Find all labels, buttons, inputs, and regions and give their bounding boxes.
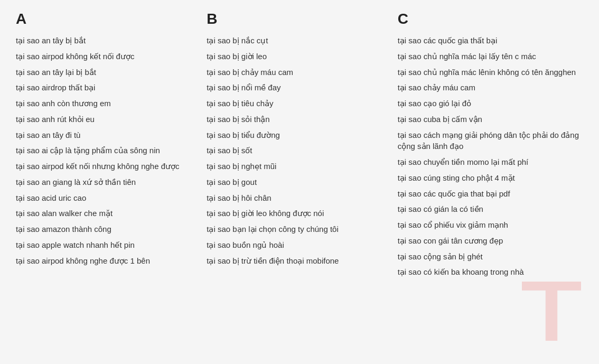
list-item-link[interactable]: tại sao con gái tân cương đẹp: [398, 236, 503, 245]
list-item-link[interactable]: tại sao các quốc gia thất bại: [398, 36, 498, 45]
list-item-link[interactable]: tại sao anh còn thương em: [16, 99, 111, 108]
list-item-link[interactable]: tại sao anh rút khỏi eu: [16, 115, 95, 124]
list-item-link[interactable]: tại sao chảy máu cam: [398, 83, 475, 92]
list-item-link[interactable]: tại sao cuba bị cấm vận: [398, 115, 482, 124]
list-item-link[interactable]: tại sao amazon thành công: [16, 225, 111, 234]
list-item[interactable]: tại sao bị nổi mề đay: [207, 82, 392, 94]
list-item[interactable]: tại sao anh rút khỏi eu: [16, 114, 201, 125]
list-item[interactable]: tại sao bị gout: [207, 176, 392, 188]
list-item[interactable]: tại sao con gái tân cương đẹp: [398, 235, 583, 247]
list-item[interactable]: tại sao bị chảy máu cam: [207, 67, 392, 78]
list-item[interactable]: tại sao apple watch nhanh hết pin: [16, 239, 201, 251]
list-item-link[interactable]: tại sao cách mạng giải phóng dân tộc phả…: [398, 130, 579, 151]
list-item[interactable]: tại sao bị giời leo không được nói: [207, 208, 392, 219]
list-item[interactable]: tại sao bị sốt: [207, 145, 392, 156]
list-item-link[interactable]: tại sao buồn ngủ hoài: [207, 240, 284, 249]
list-item[interactable]: tại sao airpod không nghe được 1 bên: [16, 255, 201, 267]
list-item[interactable]: tại sao có gián la có tiền: [398, 203, 583, 215]
watermark: [514, 274, 588, 348]
list-item-link[interactable]: tại sao airdrop thất bại: [16, 83, 95, 92]
column-list-a: tại sao an tây bị bắttại sao airpod khôn…: [16, 35, 201, 266]
list-item[interactable]: tại sao bị nghẹt mũi: [207, 161, 392, 172]
list-item-link[interactable]: tại sao alan walker che mặt: [16, 209, 113, 218]
list-item[interactable]: tại sao chủ nghĩa mác lại lấy tên c mác: [398, 51, 583, 62]
list-item[interactable]: tại sao chủ nghĩa mác lênin không có tên…: [398, 67, 583, 78]
list-item[interactable]: tại sao anh còn thương em: [16, 98, 201, 109]
list-item-link[interactable]: tại sao airpod không kết nối được: [16, 52, 134, 61]
list-item-link[interactable]: tại sao bị gout: [207, 178, 257, 186]
list-item[interactable]: tại sao ai cập là tặng phẩm của sông nin: [16, 145, 201, 156]
list-item-link[interactable]: tại sao airpod kết nối nhưng không nghe …: [16, 162, 180, 171]
list-item[interactable]: tại sao bị hôi chân: [207, 192, 392, 204]
list-item[interactable]: tại sao chảy máu cam: [398, 82, 583, 94]
column-header-b: B: [207, 11, 392, 27]
list-item[interactable]: tại sao an tây đi tù: [16, 129, 201, 141]
list-item[interactable]: tại sao airpod kết nối nhưng không nghe …: [16, 161, 201, 172]
list-item-link[interactable]: tại sao an tây đi tù: [16, 130, 80, 139]
svg-rect-1: [546, 282, 557, 341]
list-item-link[interactable]: tại sao các quốc gia that bại pdf: [398, 189, 510, 198]
list-item-link[interactable]: tại sao airpod không nghe được 1 bên: [16, 256, 150, 265]
list-item-link[interactable]: tại sao cúng sting cho phật 4 mặt: [398, 173, 515, 182]
list-item-link[interactable]: tại sao bị tiêu chảy: [207, 99, 273, 108]
column-header-a: A: [16, 11, 201, 27]
list-item[interactable]: tại sao bị tiểu đường: [207, 129, 392, 141]
list-item-link[interactable]: tại sao bị sỏi thận: [207, 115, 269, 124]
list-item[interactable]: tại sao các quốc gia thất bại: [398, 35, 583, 46]
svg-rect-0: [522, 282, 581, 291]
list-item[interactable]: tại sao bị tiêu chảy: [207, 98, 392, 109]
list-item[interactable]: tại sao bạn lại chọn công ty chúng tôi: [207, 223, 392, 235]
list-item-link[interactable]: tại sao bị trừ tiền điện thoại mobifone: [207, 256, 339, 265]
list-item-link[interactable]: tại sao bị hôi chân: [207, 193, 271, 202]
list-item[interactable]: tại sao các quốc gia that bại pdf: [398, 188, 583, 200]
list-item-link[interactable]: tại sao cổ phiếu vix giảm mạnh: [398, 220, 508, 229]
list-item-link[interactable]: tại sao bị giời leo không được nói: [207, 209, 324, 218]
list-item-link[interactable]: tại sao chủ nghĩa mác lại lấy tên c mác: [398, 52, 536, 61]
column-a: Atại sao an tây bị bắttại sao airpod khô…: [16, 11, 201, 282]
list-item-link[interactable]: tại sao có gián la có tiền: [398, 204, 483, 213]
list-item-link[interactable]: tại sao bị chảy máu cam: [207, 68, 293, 77]
main-content: Atại sao an tây bị bắttại sao airpod khô…: [16, 11, 583, 282]
list-item-link[interactable]: tại sao bị nghẹt mũi: [207, 162, 276, 171]
list-item-link[interactable]: tại sao bị nắc cụt: [207, 36, 268, 45]
list-item[interactable]: tại sao an tây lại bị bắt: [16, 67, 201, 78]
list-item[interactable]: tại sao có kiến ba khoang trong nhà: [398, 266, 583, 278]
list-item[interactable]: tại sao amazon thành công: [16, 223, 201, 235]
list-item[interactable]: tại sao cúng sting cho phật 4 mặt: [398, 172, 583, 184]
list-item-link[interactable]: tại sao an tây lại bị bắt: [16, 68, 96, 77]
list-item-link[interactable]: tại sao ai cập là tặng phẩm của sông nin: [16, 146, 160, 155]
list-item-link[interactable]: tại sao có kiến ba khoang trong nhà: [398, 267, 524, 276]
column-header-c: C: [398, 11, 583, 27]
list-item[interactable]: tại sao airdrop thất bại: [16, 82, 201, 94]
list-item[interactable]: tại sao acid uric cao: [16, 192, 201, 204]
list-item[interactable]: tại sao bị giời leo: [207, 51, 392, 62]
list-item[interactable]: tại sao alan walker che mặt: [16, 208, 201, 219]
list-item-link[interactable]: tại sao apple watch nhanh hết pin: [16, 240, 135, 249]
list-item[interactable]: tại sao cách mạng giải phóng dân tộc phả…: [398, 129, 583, 153]
list-item[interactable]: tại sao cạo gió lại đỏ: [398, 98, 583, 109]
list-item[interactable]: tại sao airpod không kết nối được: [16, 51, 201, 62]
list-item[interactable]: tại sao bị trừ tiền điện thoại mobifone: [207, 255, 392, 267]
list-item-link[interactable]: tại sao bị tiểu đường: [207, 130, 280, 139]
list-item[interactable]: tại sao cộng sản bị ghét: [398, 251, 583, 263]
list-item-link[interactable]: tại sao acid uric cao: [16, 193, 86, 202]
list-item-link[interactable]: tại sao bị sốt: [207, 146, 252, 155]
list-item[interactable]: tại sao bị nắc cụt: [207, 35, 392, 46]
list-item-link[interactable]: tại sao an giang là xứ sở thần tiên: [16, 178, 136, 186]
list-item-link[interactable]: tại sao chủ nghĩa mác lênin không có tên…: [398, 68, 576, 77]
list-item-link[interactable]: tại sao cạo gió lại đỏ: [398, 99, 471, 108]
list-item-link[interactable]: tại sao bị giời leo: [207, 52, 267, 61]
list-item[interactable]: tại sao buồn ngủ hoài: [207, 239, 392, 251]
list-item[interactable]: tại sao bị sỏi thận: [207, 114, 392, 125]
list-item-link[interactable]: tại sao chuyển tiền momo lại mất phí: [398, 157, 529, 166]
list-item[interactable]: tại sao an giang là xứ sở thần tiên: [16, 176, 201, 188]
column-list-c: tại sao các quốc gia thất bạitại sao chủ…: [398, 35, 583, 278]
list-item-link[interactable]: tại sao cộng sản bị ghét: [398, 252, 483, 261]
list-item[interactable]: tại sao cổ phiếu vix giảm mạnh: [398, 219, 583, 231]
list-item[interactable]: tại sao an tây bị bắt: [16, 35, 201, 46]
list-item[interactable]: tại sao cuba bị cấm vận: [398, 114, 583, 125]
list-item-link[interactable]: tại sao bị nổi mề đay: [207, 83, 280, 92]
list-item-link[interactable]: tại sao bạn lại chọn công ty chúng tôi: [207, 225, 338, 234]
list-item[interactable]: tại sao chuyển tiền momo lại mất phí: [398, 156, 583, 168]
list-item-link[interactable]: tại sao an tây bị bắt: [16, 36, 86, 45]
